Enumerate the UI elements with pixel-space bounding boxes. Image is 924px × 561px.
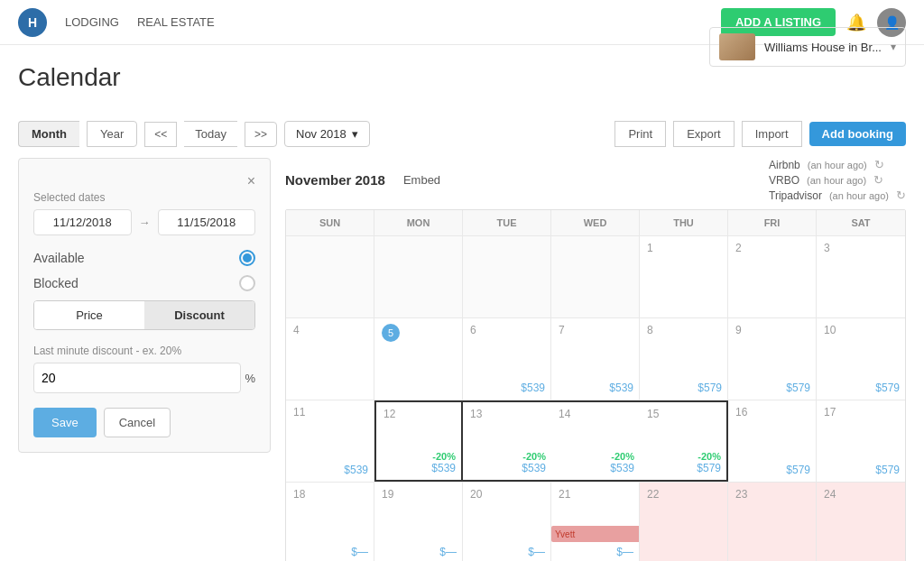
- table-row[interactable]: 22: [640, 483, 728, 561]
- booking-bar: Yvett: [551, 526, 639, 542]
- prev-button[interactable]: <<: [144, 122, 177, 147]
- table-row[interactable]: 3: [817, 236, 905, 317]
- table-row[interactable]: 11 $539: [286, 400, 374, 482]
- page-title: Calendar: [18, 63, 121, 92]
- table-row[interactable]: 12 -20% $539: [374, 400, 463, 482]
- table-row[interactable]: 9 $579: [728, 318, 817, 400]
- main-content: Calendar Williams House in Br... ▾ Month…: [0, 45, 924, 561]
- day-header-thu: THU: [640, 210, 728, 235]
- table-row[interactable]: 2: [728, 236, 817, 317]
- selected-dates-label: Selected dates: [33, 191, 255, 204]
- discount-input-row: %: [33, 363, 255, 393]
- day-header-sun: SUN: [286, 210, 374, 235]
- table-row[interactable]: 24: [817, 483, 905, 561]
- table-row[interactable]: [551, 236, 640, 317]
- discount-stack: -20% $579: [697, 451, 721, 474]
- cell-discount-price: $579: [697, 462, 721, 474]
- cell-day-number-today: 5: [382, 324, 400, 342]
- price-tab[interactable]: Price: [34, 301, 144, 329]
- table-row[interactable]: [463, 236, 551, 317]
- calendar-header-row: November 2018 Embed Airbnb (an hour ago)…: [285, 158, 906, 202]
- airbnb-label: Airbnb: [769, 159, 800, 171]
- next-button[interactable]: >>: [245, 122, 277, 147]
- export-button[interactable]: Export: [673, 121, 735, 147]
- calendar-layout: × Selected dates 11/12/2018 → 11/15/2018…: [18, 158, 906, 561]
- toggle-dot: [243, 253, 252, 262]
- table-row[interactable]: 17 $579: [817, 400, 905, 482]
- calendar-grid: SUN MON TUE WED THU FRI SAT 1: [285, 209, 906, 561]
- year-tab[interactable]: Year: [87, 121, 137, 147]
- table-row[interactable]: 23: [728, 483, 817, 561]
- save-button[interactable]: Save: [33, 408, 97, 437]
- date-end[interactable]: 11/15/2018: [158, 209, 256, 235]
- calendar-week-3: 11 $539 12 -20% $539 13 -20%: [286, 400, 905, 482]
- cell-day-number: 18: [293, 488, 366, 501]
- embed-link[interactable]: Embed: [403, 173, 440, 187]
- available-toggle-row: Available: [33, 250, 255, 266]
- today-button[interactable]: Today: [184, 121, 237, 147]
- table-row[interactable]: 5: [374, 318, 463, 400]
- tripadvisor-refresh-icon[interactable]: ↻: [896, 189, 906, 202]
- property-selector[interactable]: Williams House in Br... ▾: [709, 27, 906, 67]
- nav-links: LODGING REAL ESTATE: [65, 15, 721, 29]
- cell-day-number: 3: [824, 242, 898, 254]
- cell-day-number: 23: [735, 488, 808, 501]
- discount-input[interactable]: [33, 363, 241, 393]
- calendar-week-2: 4 5 6 $539 7 $539 8 $579: [286, 317, 905, 400]
- table-row[interactable]: [374, 236, 463, 317]
- table-row[interactable]: 7 $539: [551, 318, 640, 400]
- nav-real-estate[interactable]: REAL ESTATE: [137, 15, 215, 29]
- cell-day-number: 7: [559, 324, 632, 336]
- table-row[interactable]: 14 -20% $539: [551, 400, 640, 482]
- day-header-wed: WED: [551, 210, 640, 235]
- cell-discount-price: $539: [610, 462, 634, 474]
- calendar-week-4: 18 $— 19 $— 20 $— 21 Yvett $—: [286, 482, 905, 561]
- table-row[interactable]: 10 $579: [817, 318, 905, 400]
- cell-day-number: 13: [470, 408, 544, 420]
- blocked-label: Blocked: [33, 276, 79, 290]
- sidebar: × Selected dates 11/12/2018 → 11/15/2018…: [18, 158, 271, 453]
- discount-tab[interactable]: Discount: [144, 301, 254, 329]
- table-row[interactable]: [286, 236, 374, 317]
- available-toggle[interactable]: [239, 250, 255, 266]
- date-arrow-icon: →: [139, 216, 151, 229]
- table-row[interactable]: 4: [286, 318, 374, 400]
- airbnb-refresh-icon[interactable]: ↻: [874, 158, 884, 171]
- close-button[interactable]: ×: [247, 173, 255, 189]
- cell-price: $579: [698, 382, 722, 394]
- nav-lodging[interactable]: LODGING: [65, 15, 119, 29]
- cell-day-number: 11: [293, 406, 366, 418]
- day-header-mon: MON: [374, 210, 463, 235]
- import-button[interactable]: Import: [742, 121, 802, 147]
- table-row[interactable]: 21 Yvett $—: [551, 483, 640, 561]
- cell-day-number: 1: [647, 242, 720, 254]
- table-row[interactable]: 19 $—: [374, 483, 463, 561]
- add-booking-button[interactable]: Add booking: [809, 122, 906, 146]
- cell-price: $579: [875, 464, 900, 476]
- table-row[interactable]: 15 -20% $579: [640, 400, 728, 482]
- table-row[interactable]: 16 $579: [728, 400, 817, 482]
- date-start[interactable]: 11/12/2018: [33, 209, 132, 235]
- cell-day-number: 22: [647, 488, 720, 501]
- month-selector[interactable]: Nov 2018 ▾: [284, 121, 370, 147]
- table-row[interactable]: 13 -20% $539: [463, 400, 551, 482]
- discount-stack: -20% $539: [431, 451, 456, 474]
- cell-discount-price: $539: [522, 462, 546, 474]
- cancel-button[interactable]: Cancel: [104, 408, 171, 437]
- cell-price: $579: [875, 382, 900, 394]
- cell-price: $—: [616, 546, 633, 558]
- blocked-toggle[interactable]: [239, 275, 255, 291]
- table-row[interactable]: 8 $579: [640, 318, 728, 400]
- day-header-tue: TUE: [463, 210, 551, 235]
- calendar-month-title: November 2018: [285, 172, 385, 188]
- vrbo-refresh-icon[interactable]: ↻: [873, 173, 883, 187]
- table-row[interactable]: 18 $—: [286, 483, 374, 561]
- chevron-down-icon: ▾: [891, 41, 896, 53]
- print-button[interactable]: Print: [614, 121, 666, 147]
- table-row[interactable]: 1: [640, 236, 728, 317]
- table-row[interactable]: 20 $—: [463, 483, 551, 561]
- table-row[interactable]: 6 $539: [463, 318, 551, 400]
- cell-day-number: 4: [293, 324, 366, 336]
- logo[interactable]: H: [18, 8, 47, 37]
- month-tab[interactable]: Month: [18, 121, 79, 147]
